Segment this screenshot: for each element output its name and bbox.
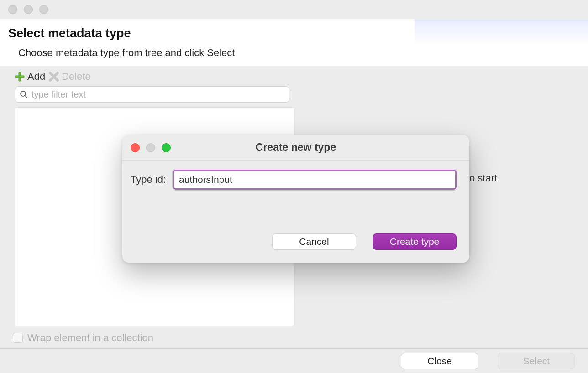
delete-button: Delete <box>49 71 91 83</box>
add-label: Add <box>27 71 45 83</box>
filter-input-container[interactable] <box>15 86 289 103</box>
modal-traffic-lights <box>131 143 171 152</box>
add-button[interactable]: Add <box>15 71 45 83</box>
modal-titlebar: Create new type <box>122 135 469 161</box>
toolbar: Add Delete <box>15 71 580 83</box>
svg-line-3 <box>25 96 27 98</box>
svg-point-2 <box>21 91 26 96</box>
detail-hint-text: o start <box>469 172 497 184</box>
header-gradient-decoration <box>415 19 588 45</box>
delete-label: Delete <box>62 71 91 83</box>
cancel-button[interactable]: Cancel <box>272 233 356 250</box>
modal-close-icon[interactable] <box>131 143 140 152</box>
delete-x-icon <box>49 72 59 82</box>
dialog-subtitle: Choose metadata type from tree and click… <box>8 47 580 59</box>
wrap-collection-label: Wrap element in a collection <box>27 332 153 344</box>
type-id-field-row: Type id: <box>131 170 457 190</box>
modal-body: Type id: Cancel Create type <box>122 161 469 263</box>
search-icon <box>20 90 28 98</box>
modal-minimize-icon <box>146 143 155 152</box>
select-button: Select <box>498 353 575 369</box>
dialog-header: Select metadata type Choose metadata typ… <box>0 19 588 66</box>
modal-footer: Cancel Create type <box>131 233 457 250</box>
type-id-input[interactable] <box>173 170 457 190</box>
window-titlebar <box>0 0 588 19</box>
modal-title: Create new type <box>122 141 469 154</box>
type-id-label: Type id: <box>131 174 166 186</box>
filter-input[interactable] <box>31 89 284 100</box>
minimize-window-icon[interactable] <box>24 5 33 14</box>
wrap-collection-row: Wrap element in a collection <box>13 332 153 344</box>
close-window-icon[interactable] <box>8 5 17 14</box>
modal-maximize-icon[interactable] <box>162 143 171 152</box>
svg-rect-1 <box>15 76 24 78</box>
wrap-collection-checkbox[interactable] <box>13 333 23 343</box>
plus-icon <box>15 72 25 82</box>
create-type-button[interactable]: Create type <box>373 233 457 250</box>
dialog-footer: Close Select <box>0 348 588 373</box>
close-button[interactable]: Close <box>401 353 478 369</box>
maximize-window-icon[interactable] <box>39 5 48 14</box>
create-type-modal: Create new type Type id: Cancel Create t… <box>122 135 469 263</box>
